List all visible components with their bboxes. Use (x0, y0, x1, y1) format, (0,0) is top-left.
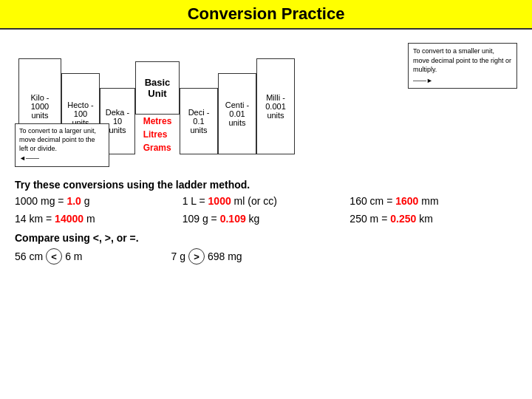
arrow-right-icon: ——► (413, 76, 433, 86)
compare-header: Compare using <, >, or =. (15, 232, 517, 244)
arrow-left-icon: ◄—— (19, 154, 39, 163)
compare-row: 56 cm < 6 m 7 g > 698 mg (15, 248, 517, 265)
compare-left-2: 7 g (171, 250, 185, 262)
problem-6: 250 m = 0.250 km (349, 213, 517, 225)
box-deci: Deci - 0.1 units (180, 88, 218, 154)
answer-5: 0.109 (220, 213, 246, 225)
problem-5: 109 g = 0.109 kg (183, 213, 350, 225)
basic-unit-group: Basic Unit MetresLitresGrams (135, 61, 180, 154)
problem-3: 160 cm = 1600 mm (349, 195, 517, 207)
note-smaller-unit: To convert to a smaller unit, move decim… (408, 43, 517, 89)
problem-4: 14 km = 14000 m (15, 213, 183, 225)
box-centi: Centi - 0.01 units (218, 73, 256, 154)
answer-2: 1000 (208, 195, 231, 207)
problems-row-1: 1000 mg = 1.0 g 1 L = 1000 ml (or cc) 16… (15, 195, 517, 207)
compare-right-1: 6 m (65, 250, 82, 262)
base-units-list: MetresLitresGrams (143, 115, 172, 154)
compare-section: Compare using <, >, or =. 56 cm < 6 m 7 … (15, 232, 517, 265)
main-content: To convert to a larger unit, move decima… (0, 30, 532, 265)
compare-symbol-1: < (46, 248, 62, 265)
problem-1: 1000 mg = 1.0 g (15, 195, 183, 207)
answer-1: 1.0 (66, 195, 81, 207)
ladder-diagram: To convert to a larger unit, move decima… (15, 40, 517, 173)
problems-section: Try these conversions using the ladder m… (15, 179, 517, 225)
box-milli: Milli - 0.001 units (256, 58, 295, 154)
compare-symbol-2: > (188, 248, 205, 265)
problem-2: 1 L = 1000 ml (or cc) (183, 195, 350, 207)
answer-4: 14000 (55, 213, 83, 225)
intro-text: Try these conversions using the ladder m… (15, 179, 517, 191)
note-larger-unit: To convert to a larger unit, move decima… (15, 123, 109, 167)
compare-item-2: 7 g > 698 mg (171, 248, 242, 265)
compare-right-2: 698 mg (208, 250, 242, 262)
answer-3: 1600 (395, 195, 418, 207)
answer-6: 0.250 (390, 213, 416, 225)
page-title: Conversion Practice (0, 0, 532, 30)
compare-item-1: 56 cm < 6 m (15, 248, 82, 265)
compare-left-1: 56 cm (15, 250, 43, 262)
problems-row-2: 14 km = 14000 m 109 g = 0.109 kg 250 m =… (15, 213, 517, 225)
box-basic: Basic Unit (135, 61, 180, 115)
